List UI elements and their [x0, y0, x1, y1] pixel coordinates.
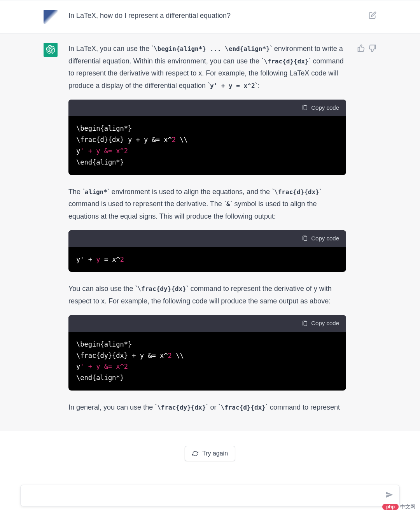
copy-code-button[interactable]: Copy code [68, 100, 346, 116]
code-content: \begin{align*} \frac{dy}{dx} + y &= x^2 … [68, 332, 346, 391]
clipboard-icon [302, 235, 308, 242]
copy-code-button[interactable]: Copy code [68, 230, 346, 247]
message-input[interactable] [27, 492, 385, 499]
assistant-paragraph-3: You can also use the `\frac{dy}{dx}` com… [68, 283, 346, 307]
user-message: In LaTeX, how do I represent a different… [68, 10, 358, 24]
svg-rect-0 [304, 106, 307, 110]
assistant-paragraph-2: The `align*` environment is used to alig… [68, 186, 346, 223]
inline-code: \frac{dy}{dx} [137, 285, 186, 293]
send-icon[interactable] [385, 491, 393, 500]
assistant-turn: In LaTeX, you can use the `\begin{align*… [0, 33, 420, 431]
edit-icon[interactable] [369, 11, 376, 19]
watermark-pill: php [382, 504, 399, 510]
inline-code: \begin{align*} ... \end{align*} [154, 45, 270, 53]
user-avatar [44, 10, 58, 24]
inline-code: y' + y = x^2 [210, 82, 255, 89]
try-again-label: Try again [202, 450, 228, 457]
clipboard-icon [302, 321, 308, 327]
inline-code: \frac{d}{dx} [264, 58, 309, 65]
inline-code: \frac{d}{dx} [220, 404, 266, 411]
try-again-button[interactable]: Try again [185, 446, 235, 461]
assistant-message: In LaTeX, you can use the `\begin{align*… [68, 43, 346, 422]
copy-code-label: Copy code [311, 318, 339, 328]
code-block-2: Copy code y' + y = x^2 [68, 230, 346, 272]
inline-code: \frac{dy}{dx} [157, 404, 206, 411]
svg-rect-2 [304, 321, 307, 326]
code-content: \begin{align*} \frac{d}{dx} y + y &= x^2… [68, 116, 346, 175]
code-block-3: Copy code \begin{align*} \frac{dy}{dx} +… [68, 315, 346, 391]
assistant-paragraph-1: In LaTeX, you can use the `\begin{align*… [68, 43, 346, 92]
copy-code-label: Copy code [311, 103, 339, 113]
thumbs-down-icon[interactable] [369, 44, 376, 52]
inline-code: align* [85, 188, 107, 196]
assistant-avatar [44, 43, 58, 57]
message-input-bar[interactable] [20, 485, 400, 506]
copy-code-button[interactable]: Copy code [68, 315, 346, 331]
copy-code-label: Copy code [311, 233, 339, 243]
svg-rect-1 [304, 236, 307, 241]
clipboard-icon [302, 105, 308, 111]
thumbs-up-icon[interactable] [357, 44, 365, 52]
code-block-1: Copy code \begin{align*} \frac{d}{dx} y … [68, 100, 346, 175]
watermark-text: 中文网 [400, 503, 415, 510]
watermark: php 中文网 [382, 503, 415, 510]
user-turn: In LaTeX, how do I represent a different… [0, 0, 420, 33]
user-question-text: In LaTeX, how do I represent a different… [68, 12, 231, 19]
refresh-icon [192, 450, 198, 457]
code-content: y' + y = x^2 [68, 247, 346, 272]
inline-code: & [226, 200, 230, 208]
inline-code: \frac{d}{dx} [274, 188, 319, 196]
assistant-paragraph-4: In general, you can use the `\frac{dy}{d… [68, 401, 346, 414]
